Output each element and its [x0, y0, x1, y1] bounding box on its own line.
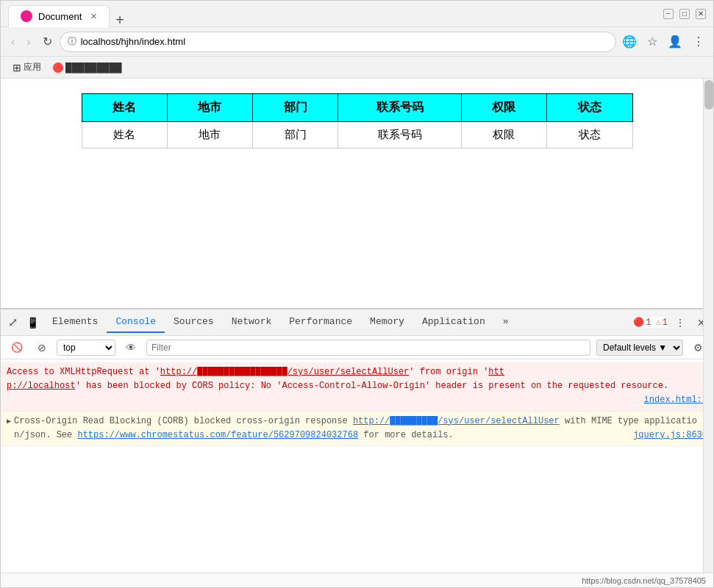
menu-button[interactable]: ⋮	[690, 32, 707, 51]
bookmark-favicon	[53, 62, 63, 73]
tab-console[interactable]: Console	[107, 312, 165, 333]
warning-icon: ⚠	[656, 317, 661, 328]
new-tab-button[interactable]: +	[110, 12, 130, 27]
error-text-1: Access to XMLHttpRequest at '	[7, 367, 160, 377]
error-count: 1	[646, 318, 651, 328]
console-scope-select[interactable]: top	[57, 340, 115, 356]
cell-phone: 联系号码	[338, 122, 461, 148]
cell-dept: 部门	[253, 122, 338, 148]
forward-button[interactable]: ›	[22, 32, 35, 51]
reload-button[interactable]: ↻	[38, 32, 57, 51]
warning-text-1: Cross-Origin Read Blocking (CORB) blocke…	[14, 416, 353, 426]
error-line-ref[interactable]: index.html:1	[644, 393, 707, 407]
tab-application[interactable]: Application	[413, 312, 494, 333]
window-controls: − □ ✕	[663, 9, 706, 19]
cell-city: 地市	[167, 122, 252, 148]
close-button[interactable]: ✕	[696, 9, 706, 19]
devtools-panel: ⤢ 📱 Elements Console Sources Network Per…	[1, 308, 713, 573]
browser-frame: Document ✕ + − □ ✕ ‹ › ↻ ⓘ localhost/hjh…	[0, 0, 714, 588]
warning-url-link[interactable]: http://█████████/sys/u	[353, 416, 469, 426]
status-url: https://blog.csdn.net/qq_37578405	[582, 576, 706, 585]
title-bar: Document ✕ + − □ ✕	[1, 1, 713, 27]
data-table: 姓名 地市 部门 联系号码 权限 状态 姓名 地市 部门 联系号码 权限	[82, 93, 633, 148]
cell-name: 姓名	[82, 122, 167, 148]
bookmark-button[interactable]: ☆	[644, 32, 660, 51]
page-area: 姓名 地市 部门 联系号码 权限 状态 姓名 地市 部门 联系号码 权限	[1, 79, 713, 308]
devtools-right-controls: 🔴 1 ⚠ 1 ⋮ ✕	[633, 314, 710, 331]
col-header-phone: 联系号码	[338, 94, 461, 122]
back-button[interactable]: ‹	[7, 32, 19, 51]
profile-button[interactable]: 👤	[665, 32, 685, 51]
tab-title: Document	[38, 11, 82, 22]
console-clear-button[interactable]: 🚫	[7, 339, 27, 356]
console-warning-msg: ▶ Cross-Origin Read Blocking (CORB) bloc…	[1, 412, 713, 446]
apps-label: 应用	[24, 61, 41, 74]
error-text-3: ' has been blocked by CORS policy: No 'A…	[76, 381, 669, 391]
address-bar[interactable]: ⓘ localhost/hjhn/index.html	[60, 32, 616, 52]
tab-performance[interactable]: Performance	[280, 312, 361, 333]
browser-tab[interactable]: Document ✕	[8, 5, 110, 27]
warning-msg-content: Cross-Origin Read Blocking (CORB) blocke…	[14, 415, 707, 442]
console-toolbar: 🚫 ⊘ top 👁 Default levels ▼ ⚙	[1, 336, 713, 359]
cell-status: 状态	[547, 122, 632, 148]
status-bar: https://blog.csdn.net/qq_37578405	[1, 573, 713, 587]
warning-text-3: for more details.	[358, 430, 454, 440]
col-header-dept: 部门	[253, 94, 338, 122]
scrollbar-thumb[interactable]	[704, 80, 713, 110]
translate-button[interactable]: 🌐	[619, 32, 640, 51]
minimize-button[interactable]: −	[663, 9, 674, 19]
table-header-row: 姓名 地市 部门 联系号码 权限 状态	[82, 94, 632, 122]
tab-elements[interactable]: Elements	[43, 312, 107, 333]
table-row: 姓名 地市 部门 联系号码 权限 状态	[82, 122, 632, 148]
chromestatus-link[interactable]: https://www.chromestatus.com/feature/562…	[77, 430, 358, 440]
error-icon: 🔴	[633, 317, 644, 328]
tab-network[interactable]: Network	[223, 312, 281, 333]
apps-grid-icon: ⊞	[13, 62, 21, 74]
bookmarks-bar: ⊞ 应用 █████████	[1, 57, 713, 79]
tab-close-button[interactable]: ✕	[90, 12, 97, 21]
console-filter-input[interactable]	[146, 340, 590, 356]
devtools-inspect-button[interactable]: ⤢	[4, 312, 22, 332]
bookmark-label: █████████	[65, 62, 122, 73]
tab-memory[interactable]: Memory	[361, 312, 413, 333]
console-levels-select[interactable]: Default levels ▼	[596, 340, 683, 356]
tab-sources[interactable]: Sources	[165, 312, 223, 333]
expand-triangle-icon[interactable]: ▶	[7, 416, 11, 427]
devtools-tabs: ⤢ 📱 Elements Console Sources Network Per…	[1, 309, 713, 336]
error-msg-content: Access to XMLHttpRequest at 'http://████…	[7, 365, 707, 408]
maximize-button[interactable]: □	[679, 9, 690, 19]
tab-area: Document ✕ +	[8, 1, 130, 27]
warn-count: 1	[663, 318, 668, 328]
devtools-device-button[interactable]: 📱	[22, 314, 43, 331]
cell-perm: 权限	[461, 122, 546, 148]
warning-line-ref[interactable]: jquery.js:8630	[633, 429, 707, 442]
url-text: localhost/hjhn/index.html	[81, 36, 608, 47]
console-eye-button[interactable]: 👁	[121, 339, 140, 356]
tab-favicon	[21, 10, 32, 22]
favicon-bookmark[interactable]: █████████	[49, 61, 126, 74]
error-badge: 🔴 1 ⚠ 1	[633, 317, 668, 328]
browser-content: 姓名 地市 部门 联系号码 权限 状态 姓名 地市 部门 联系号码 权限	[1, 79, 713, 573]
nav-actions: 🌐 ☆ 👤 ⋮	[619, 32, 707, 51]
console-error-msg: Access to XMLHttpRequest at 'http://████…	[1, 362, 713, 412]
col-header-city: 地市	[167, 94, 252, 122]
devtools-options-button[interactable]: ⋮	[671, 314, 690, 331]
security-icon: ⓘ	[68, 35, 76, 48]
nav-bar: ‹ › ↻ ⓘ localhost/hjhn/index.html 🌐 ☆ 👤 …	[1, 27, 713, 57]
warning-url-link2[interactable]: ser/selectAllUser	[469, 416, 559, 426]
error-text-2: ' from origin '	[409, 367, 488, 377]
apps-bookmark[interactable]: ⊞ 应用	[8, 60, 46, 75]
col-header-perm: 权限	[461, 94, 546, 122]
error-url-link[interactable]: http://█████████████████/sys/user/select…	[160, 367, 409, 377]
page-scrollbar[interactable]	[703, 79, 713, 573]
col-header-status: 状态	[547, 94, 632, 122]
console-stop-button[interactable]: ⊘	[33, 339, 51, 356]
console-messages: Access to XMLHttpRequest at 'http://████…	[1, 359, 713, 573]
col-header-name: 姓名	[82, 94, 167, 122]
tab-more[interactable]: »	[494, 312, 518, 333]
